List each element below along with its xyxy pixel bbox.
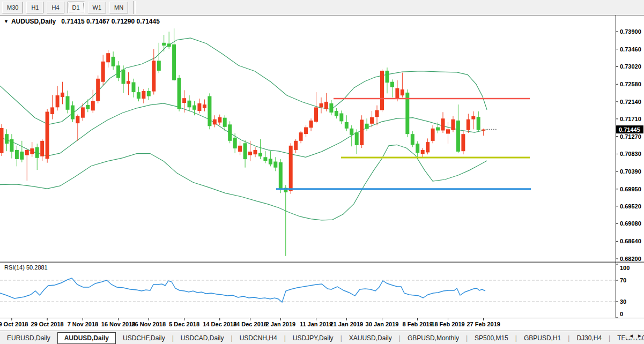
candle-body — [40, 141, 44, 156]
candle-body — [329, 103, 333, 113]
candle-body — [116, 65, 120, 78]
price-axis-label: 0.72580 — [620, 81, 641, 87]
candle-body — [386, 71, 389, 83]
candle-body — [46, 112, 49, 159]
candle-body — [0, 128, 4, 153]
price-axis-label: 0.68200 — [620, 256, 641, 262]
date-axis-label: 29 Oct 2018 — [31, 321, 64, 327]
candle-body — [122, 70, 125, 84]
ohlc-open: 0.71415 — [61, 18, 84, 25]
tab-usdcnh-h4[interactable]: USDCNH,H4 — [233, 333, 284, 343]
date-axis-label: 18 Feb 2019 — [431, 321, 464, 327]
chart-title: ▼AUDUSD,Daily0.71415 0.71467 0.71290 0.7… — [4, 18, 160, 25]
candle-body — [188, 101, 191, 108]
candle-body — [416, 144, 419, 153]
candle-body — [30, 148, 34, 154]
candle-body — [471, 116, 475, 119]
candle-body — [324, 102, 328, 109]
date-axis-label: 21 Jan 2019 — [330, 321, 363, 327]
price-axis-label: 0.73900 — [620, 28, 641, 35]
candle-body — [309, 121, 313, 128]
mt4-window: M30H1H4D1W1MN 0.739000.734600.730200.725… — [0, 0, 644, 344]
candle-body — [157, 61, 161, 71]
date-axis-label: 16 Nov 2018 — [101, 321, 136, 327]
price-axis-label: 0.70830 — [620, 151, 641, 157]
rsi-value: 50.2881 — [26, 264, 48, 271]
candle-body — [421, 150, 425, 154]
candle-body — [106, 53, 110, 62]
candle-body — [279, 162, 283, 190]
rsi-indicator-label: RSI(14) 50.2881 — [4, 264, 48, 271]
chart-symbol-label: AUDUSD,Daily — [11, 18, 56, 25]
date-axis-label: 30 Jan 2019 — [366, 321, 399, 327]
candle-body — [456, 121, 460, 152]
ohlc-low: 0.71290 — [112, 18, 135, 25]
date-axis-label: 27 Feb 2019 — [467, 321, 500, 327]
rsi-axis-label: 70 — [620, 277, 626, 283]
candle-body — [365, 124, 369, 129]
candle-body — [127, 81, 130, 84]
tab-usdchf-daily[interactable]: USDCHF,Daily — [116, 333, 172, 343]
candle-body — [467, 119, 470, 130]
candle-body — [243, 143, 247, 159]
candle-body — [96, 79, 100, 101]
date-axis-label: 14 Dec 2018 — [203, 321, 236, 327]
candle-body — [101, 62, 105, 82]
tab-sp500-m15[interactable]: SP500,M15 — [468, 333, 515, 343]
candle-body — [339, 114, 343, 122]
rsi-line — [0, 278, 485, 302]
candle-body — [35, 147, 39, 158]
candle-body — [320, 103, 323, 107]
scroll-tabs-right-icon[interactable]: ► — [637, 333, 642, 339]
tab-usdcad-daily[interactable]: USDCAD,Daily — [174, 333, 231, 343]
candle-body — [132, 83, 136, 93]
candle-body — [66, 96, 70, 110]
tab-gbpusd-monthly[interactable]: GBPUSD,Monthly — [401, 333, 466, 343]
candle-body — [5, 134, 9, 144]
candle-body — [411, 134, 414, 145]
candle-body — [112, 57, 115, 66]
candle-body — [208, 96, 211, 126]
candle-body — [162, 43, 166, 46]
candle-body — [50, 107, 54, 114]
date-axis-label: 24 Dec 2018 — [233, 321, 267, 327]
candle-body — [345, 122, 349, 129]
date-axis-label: 19 Oct 2018 — [0, 321, 28, 327]
price-axis-label: 0.71270 — [620, 133, 641, 140]
rsi-axis-label: 0 — [620, 311, 623, 317]
candle-body — [10, 139, 13, 152]
candle-body — [375, 110, 379, 117]
candle-body — [218, 117, 221, 123]
candle-body — [147, 91, 151, 96]
price-axis-label: 0.73460 — [620, 46, 641, 53]
tab-xauusd-daily[interactable]: XAUUSD,Daily — [342, 333, 399, 343]
candle-body — [20, 152, 24, 160]
candle-body — [426, 142, 430, 152]
tab-eurusd-daily[interactable]: EURUSD,Daily — [0, 333, 57, 343]
price-chart-canvas[interactable]: 0.739000.734600.730200.725800.721400.717… — [0, 0, 644, 344]
candle-body — [294, 141, 298, 150]
candle-body — [203, 104, 206, 108]
scroll-tabs-left-icon[interactable]: ◄ — [628, 333, 634, 339]
candle-body — [380, 71, 384, 110]
candle-body — [238, 146, 242, 152]
candle-body — [355, 132, 359, 145]
candle-body — [395, 88, 399, 99]
candle-body — [335, 111, 338, 116]
candle-body — [15, 150, 19, 159]
date-axis-label: 5 Dec 2018 — [169, 321, 199, 327]
candle-body — [197, 103, 201, 111]
candle-body — [451, 119, 455, 130]
candle-body — [482, 130, 485, 131]
tab-gbpusd-h1[interactable]: GBPUSD,H1 — [517, 333, 568, 343]
candle-body — [350, 129, 353, 135]
candle-body — [304, 128, 308, 134]
candle-body — [71, 106, 75, 119]
candle-body — [233, 138, 237, 148]
date-axis-label: 26 Nov 2018 — [131, 321, 166, 327]
candle-body — [223, 118, 227, 127]
tab-usdjpy-daily[interactable]: USDJPY,Daily — [286, 333, 340, 343]
tab-audusd-daily[interactable]: AUDUSD,Daily — [57, 332, 116, 344]
tab-dj30-h4[interactable]: DJ30,H4 — [569, 333, 609, 343]
symbol-dropdown-arrow-icon[interactable]: ▼ — [4, 19, 9, 24]
